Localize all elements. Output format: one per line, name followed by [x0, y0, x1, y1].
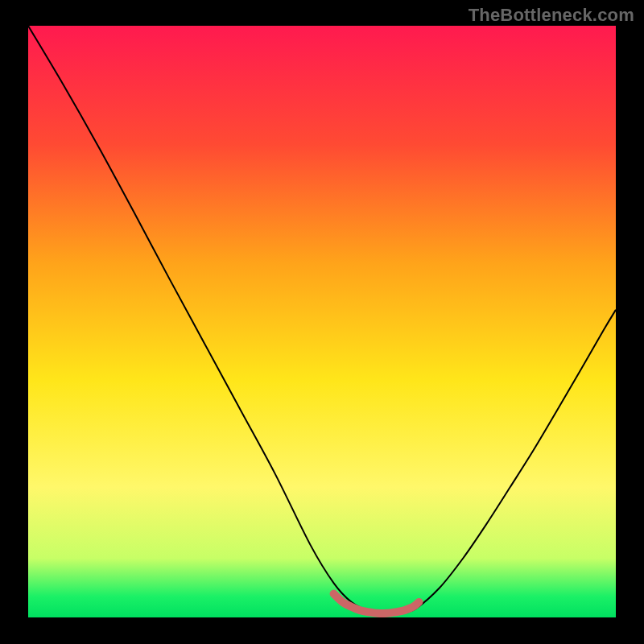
chart-svg: [28, 26, 616, 617]
watermark-text: TheBottleneck.com: [469, 5, 634, 26]
chart-frame: TheBottleneck.com: [0, 0, 644, 644]
gradient-background: [28, 26, 616, 617]
plot-area: [28, 26, 616, 617]
